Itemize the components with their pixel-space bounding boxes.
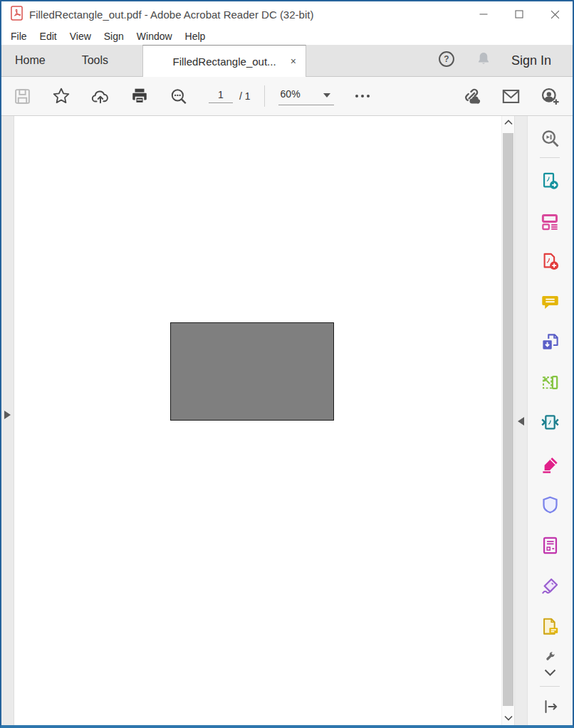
print-icon[interactable]: [130, 87, 149, 105]
expand-tools-pane-icon[interactable]: [540, 696, 561, 717]
more-options-icon[interactable]: [353, 87, 372, 105]
menu-edit[interactable]: Edit: [33, 31, 63, 42]
zoom-dropdown[interactable]: 60%: [278, 88, 334, 105]
tab-bar: Home Tools FilledRectangle_out... × ? Si…: [1, 45, 573, 77]
svg-text:?: ?: [444, 54, 449, 64]
vertical-scrollbar[interactable]: [501, 116, 514, 725]
menu-help[interactable]: Help: [179, 31, 212, 42]
scroll-up-icon[interactable]: [502, 120, 514, 125]
notification-bell-icon[interactable]: [475, 51, 492, 70]
window-controls: [466, 1, 573, 27]
tab-bar-right-cluster: ? Sign In: [437, 45, 573, 76]
menu-bar: File Edit View Sign Window Help: [1, 27, 573, 45]
save-icon[interactable]: [13, 87, 31, 105]
share-link-icon[interactable]: [461, 86, 481, 106]
content-area: [1, 116, 573, 725]
scroll-down-icon[interactable]: [502, 715, 514, 721]
menu-file[interactable]: File: [4, 31, 33, 42]
collapse-tools-pane-icon[interactable]: [518, 417, 524, 426]
tab-document[interactable]: FilledRectangle_out... ×: [142, 45, 306, 77]
send-for-comments-icon[interactable]: [540, 616, 561, 637]
account-add-icon[interactable]: [540, 86, 560, 106]
expand-nav-pane-icon[interactable]: [4, 411, 11, 419]
sidebar-separator: [540, 157, 560, 158]
tools-sidebar: [527, 116, 573, 725]
edit-pdf-icon[interactable]: [540, 211, 561, 232]
toolbar-separator: [264, 85, 265, 107]
page-count-label: / 1: [239, 90, 251, 102]
pdf-page: [14, 116, 501, 725]
help-icon[interactable]: ?: [437, 50, 456, 71]
tab-home[interactable]: Home: [1, 45, 59, 76]
minimize-icon[interactable]: [466, 1, 501, 27]
zoom-level-value: 60%: [281, 88, 301, 100]
comment-icon[interactable]: [540, 291, 561, 312]
compress-pdf-icon[interactable]: [540, 412, 561, 433]
chevron-down-icon: [323, 88, 330, 100]
close-icon[interactable]: [537, 1, 573, 27]
pdf-file-icon: [11, 6, 23, 23]
email-icon[interactable]: [501, 86, 521, 106]
tab-tools[interactable]: Tools: [68, 45, 122, 76]
scan-ocr-icon[interactable]: [540, 371, 561, 393]
filled-rectangle-shape: [170, 322, 334, 421]
more-tools-wrench-icon[interactable]: [543, 650, 558, 664]
search-icon[interactable]: [169, 87, 188, 105]
star-icon[interactable]: [52, 87, 71, 105]
maximize-icon[interactable]: [501, 1, 537, 27]
search-tools-icon[interactable]: [540, 128, 561, 149]
acrobat-reader-window: FilledRectangle_out.pdf - Adobe Acrobat …: [0, 0, 574, 728]
certificates-icon[interactable]: [540, 575, 561, 596]
sidebar-separator: [540, 686, 560, 687]
navigation-pane-strip: [1, 116, 14, 725]
tab-document-label: FilledRectangle_out...: [173, 56, 276, 68]
export-pdf-icon[interactable]: [540, 170, 561, 191]
fill-sign-icon[interactable]: [540, 453, 561, 475]
prepare-form-icon[interactable]: [540, 534, 561, 556]
sign-in-button[interactable]: Sign In: [511, 53, 551, 68]
menu-window[interactable]: Window: [130, 31, 179, 42]
more-tools-chevron-down-icon[interactable]: [543, 667, 558, 678]
cloud-upload-icon[interactable]: [91, 87, 110, 105]
scrollbar-thumb[interactable]: [503, 133, 513, 706]
menu-sign[interactable]: Sign: [98, 31, 130, 42]
window-title: FilledRectangle_out.pdf - Adobe Acrobat …: [29, 9, 313, 21]
menu-view[interactable]: View: [63, 31, 98, 42]
combine-files-icon[interactable]: [540, 331, 561, 352]
tools-pane-edge-strip: [514, 116, 527, 725]
create-pdf-icon[interactable]: [540, 250, 561, 272]
toolbar: / 1 60%: [1, 77, 573, 116]
protect-icon[interactable]: [540, 494, 561, 515]
title-bar: FilledRectangle_out.pdf - Adobe Acrobat …: [1, 1, 573, 27]
tab-close-icon[interactable]: ×: [291, 56, 296, 66]
page-number-input[interactable]: [209, 89, 233, 103]
